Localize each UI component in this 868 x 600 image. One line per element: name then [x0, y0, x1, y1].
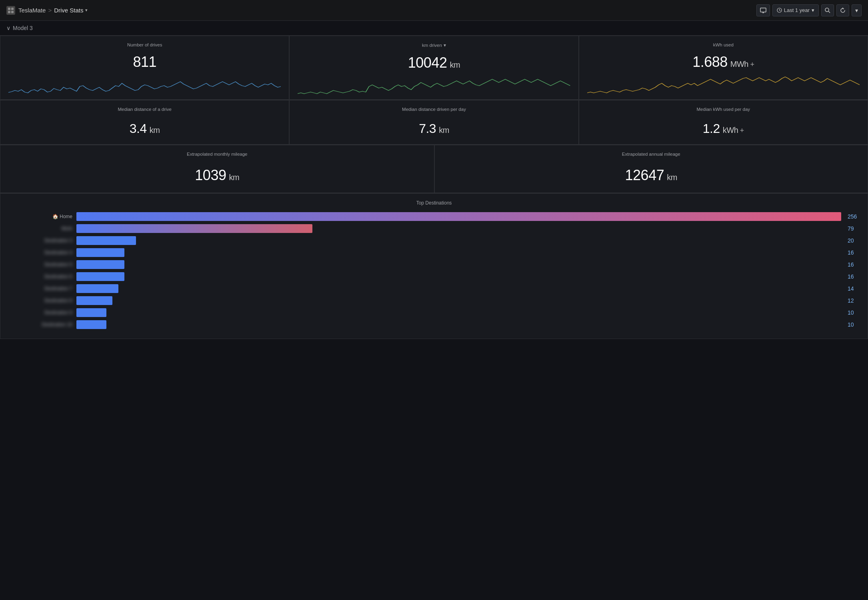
destination-row: Destination 812	[8, 296, 860, 305]
monthly-mileage-label: Extrapolated monthly mileage	[8, 152, 426, 157]
svg-rect-0	[8, 8, 10, 10]
time-range-button[interactable]: Last 1 year ▾	[772, 4, 819, 16]
destinations-title: Top Destinations	[8, 200, 860, 206]
stat-drives-value: 811	[8, 54, 281, 70]
destination-bar	[76, 296, 112, 305]
destination-label: Destination 9	[8, 310, 72, 315]
svg-line-9	[779, 10, 780, 11]
model-chevron[interactable]: ∨	[6, 25, 10, 31]
refresh-button[interactable]	[836, 4, 849, 16]
destination-count: 14	[848, 285, 860, 292]
stat-kwh-value: 1.688 MWh +	[587, 54, 860, 70]
topbar-right: Last 1 year ▾ ▾	[756, 4, 862, 16]
median-kwh-day-label: Median kWh used per day	[587, 107, 860, 112]
stat-km-value: 10042 km	[298, 54, 570, 71]
destination-row: Destination 714	[8, 284, 860, 293]
destination-count: 79	[848, 225, 860, 232]
search-button[interactable]	[821, 4, 834, 16]
topbar: TeslaMate > Drive Stats ▾ Last 1 year ▾	[0, 0, 868, 21]
destination-bar	[76, 236, 136, 245]
more-button[interactable]: ▾	[852, 4, 862, 16]
time-range-chevron: ▾	[812, 7, 814, 13]
svg-rect-3	[11, 11, 14, 13]
destination-count: 20	[848, 237, 860, 244]
destination-bar	[76, 272, 124, 281]
destination-row: Destination 1010	[8, 320, 860, 329]
destination-bar	[76, 260, 124, 269]
km-sparkline	[298, 74, 570, 94]
destination-bar	[76, 248, 124, 257]
main-content: Number of drives 811 km driven ▾ 10042 k…	[0, 36, 868, 339]
destination-bar-container	[76, 308, 841, 317]
breadcrumb-app[interactable]: TeslaMate	[18, 7, 46, 14]
destination-row: Destination 320	[8, 236, 860, 245]
stats-row-2: Median distance of a drive 3.4 km Median…	[0, 100, 868, 145]
destination-label: Destination 8	[8, 298, 72, 303]
annual-mileage-label: Extrapolated annual mileage	[443, 152, 860, 157]
destination-count: 10	[848, 309, 860, 316]
destination-bar	[76, 284, 118, 293]
destinations-panel: Top Destinations 🏠 Home256Work79Destinat…	[0, 193, 868, 339]
median-dist-drive-value: 3.4 km	[8, 121, 281, 136]
destination-row: Destination 416	[8, 248, 860, 257]
destination-label: Destination 6	[8, 274, 72, 279]
breadcrumb-separator: >	[48, 7, 52, 14]
stat-km-label: km driven ▾	[298, 42, 570, 48]
destination-count: 16	[848, 273, 860, 280]
destination-bar-container	[76, 296, 841, 305]
monitor-button[interactable]	[756, 4, 770, 16]
stat-monthly-mileage: Extrapolated monthly mileage 1039 km	[0, 145, 434, 193]
kwh-sparkline	[587, 74, 860, 94]
breadcrumb-current: Drive Stats ▾	[54, 7, 87, 14]
destination-count: 12	[848, 297, 860, 304]
destination-bar-container	[76, 236, 841, 245]
destination-row: 🏠 Home256	[8, 212, 860, 221]
destination-bar	[76, 308, 106, 317]
median-dist-drive-label: Median distance of a drive	[8, 107, 281, 112]
destination-label: Destination 7	[8, 286, 72, 291]
topbar-left: TeslaMate > Drive Stats ▾	[6, 6, 88, 15]
destination-bar-container	[76, 272, 841, 281]
stats-row-3: Extrapolated monthly mileage 1039 km Ext…	[0, 145, 868, 193]
destination-bar-container	[76, 260, 841, 269]
time-range-label: Last 1 year	[784, 7, 810, 13]
destination-bar-container	[76, 284, 841, 293]
destination-bar	[76, 320, 106, 329]
destination-bar	[76, 212, 841, 221]
destination-row: Destination 616	[8, 272, 860, 281]
svg-point-10	[825, 8, 829, 12]
destination-label: 🏠 Home	[8, 214, 72, 219]
dashboard-dropdown-icon[interactable]: ▾	[85, 8, 88, 13]
destination-bar	[76, 224, 312, 233]
stat-median-distance-drive: Median distance of a drive 3.4 km	[0, 100, 289, 144]
svg-rect-1	[11, 8, 14, 10]
svg-rect-4	[760, 8, 766, 12]
stat-median-kwh-day: Median kWh used per day 1.2 kWh +	[579, 100, 868, 144]
destination-bar-container	[76, 212, 841, 221]
stats-row-1: Number of drives 811 km driven ▾ 10042 k…	[0, 36, 868, 100]
median-dist-day-value: 7.3 km	[298, 121, 570, 136]
destination-label: Destination 10	[8, 322, 72, 327]
destination-count: 10	[848, 321, 860, 328]
svg-line-11	[828, 11, 830, 13]
stat-drives-label: Number of drives	[8, 42, 281, 47]
monthly-mileage-value: 1039 km	[8, 167, 426, 184]
destination-row: Destination 516	[8, 260, 860, 269]
destination-label: Work	[8, 226, 72, 231]
median-dist-day-label: Median distance driven per day	[298, 107, 570, 112]
destination-bar-container	[76, 320, 841, 329]
km-dropdown-icon[interactable]: ▾	[444, 42, 446, 48]
destination-bar-container	[76, 224, 841, 233]
stat-kwh-label: kWh used	[587, 42, 860, 47]
destination-count: 256	[848, 213, 860, 220]
destinations-chart: 🏠 Home256Work79Destination 320Destinatio…	[8, 212, 860, 329]
breadcrumb: TeslaMate > Drive Stats ▾	[18, 7, 88, 14]
destination-count: 16	[848, 261, 860, 268]
model-label: Model 3	[13, 25, 33, 31]
drives-sparkline	[8, 74, 281, 94]
annual-mileage-value: 12647 km	[443, 167, 860, 184]
stat-km-driven: km driven ▾ 10042 km	[289, 36, 578, 100]
app-logo	[6, 6, 15, 15]
destination-label: Destination 4	[8, 250, 72, 255]
destination-count: 16	[848, 249, 860, 256]
